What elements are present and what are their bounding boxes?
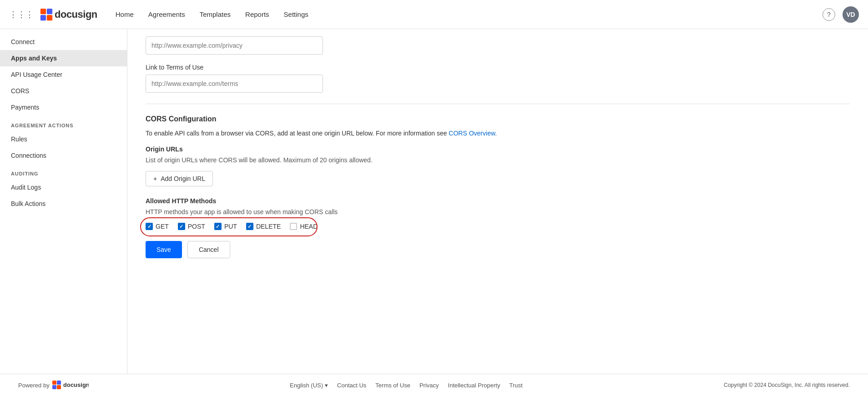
lang-text: English (US) <box>290 382 323 389</box>
sidebar-item-connections[interactable]: Connections <box>0 147 127 164</box>
checkbox-post[interactable] <box>178 223 185 230</box>
nav-links: Home Agreements Templates Reports Settin… <box>116 10 823 18</box>
sidebar-item-apps-and-keys[interactable]: Apps and Keys <box>0 50 127 66</box>
sidebar-item-connect[interactable]: Connect <box>0 34 127 50</box>
footer-copyright: Copyright © 2024 DocuSign, Inc. All righ… <box>724 382 850 388</box>
nav-reports[interactable]: Reports <box>245 10 269 18</box>
plus-icon: + <box>153 175 157 182</box>
privacy-input[interactable] <box>146 36 323 55</box>
avatar[interactable]: VD <box>843 6 859 23</box>
footer-terms[interactable]: Terms of Use <box>375 382 410 389</box>
sidebar-item-audit-logs[interactable]: Audit Logs <box>0 179 127 195</box>
svg-rect-7 <box>57 385 61 389</box>
svg-text:docusign: docusign <box>63 381 89 388</box>
method-delete-label: DELETE <box>256 223 281 230</box>
method-put-label: PUT <box>224 223 237 230</box>
checkbox-delete[interactable] <box>246 223 253 230</box>
cors-section-title: CORS Configuration <box>146 115 850 123</box>
cors-desc-text: To enable API calls from a browser via C… <box>146 130 449 137</box>
http-methods-section: Allowed HTTP Methods HTTP methods your a… <box>146 197 850 230</box>
powered-by-text: Powered by <box>18 382 50 389</box>
lang-chevron-icon: ▾ <box>325 382 328 389</box>
divider-1 <box>146 104 850 104</box>
grid-icon[interactable]: ⋮⋮⋮ <box>9 10 34 20</box>
svg-rect-3 <box>47 15 52 20</box>
sidebar-item-cors[interactable]: CORS <box>0 83 127 99</box>
footer-center: English (US) ▾ Contact Us Terms of Use P… <box>290 382 523 389</box>
terms-input[interactable] <box>146 75 323 93</box>
method-head[interactable]: HEAD <box>290 223 318 230</box>
footer-privacy[interactable]: Privacy <box>419 382 439 389</box>
section-title-auditing: Auditing <box>0 164 127 179</box>
svg-rect-2 <box>40 15 46 20</box>
logo-text: docusign <box>55 9 97 20</box>
footer-trust[interactable]: Trust <box>509 382 522 389</box>
add-origin-btn-label: Add Origin URL <box>161 175 205 182</box>
sidebar-item-api-usage-center[interactable]: API Usage Center <box>0 66 127 83</box>
checkbox-put[interactable] <box>214 223 222 230</box>
cancel-button[interactable]: Cancel <box>187 241 230 258</box>
method-delete[interactable]: DELETE <box>246 223 281 230</box>
sidebar: Connect Apps and Keys API Usage Center C… <box>0 29 127 374</box>
main-layout: Connect Apps and Keys API Usage Center C… <box>0 29 868 374</box>
nav-right: ? VD <box>823 6 859 23</box>
checkbox-get[interactable] <box>146 223 153 230</box>
cors-overview-link[interactable]: CORS Overview. <box>449 130 497 137</box>
method-head-label: HEAD <box>300 223 318 230</box>
sidebar-item-bulk-actions[interactable]: Bulk Actions <box>0 195 127 212</box>
lang-selector[interactable]: English (US) ▾ <box>290 382 328 389</box>
sidebar-item-payments[interactable]: Payments <box>0 99 127 115</box>
svg-rect-1 <box>47 8 52 14</box>
svg-rect-0 <box>40 8 46 14</box>
svg-rect-5 <box>57 381 61 385</box>
svg-rect-6 <box>52 385 56 389</box>
main-content: Link to Terms of Use CORS Configuration … <box>127 29 868 374</box>
svg-rect-4 <box>52 381 56 385</box>
terms-label: Link to Terms of Use <box>146 64 850 71</box>
terms-field: Link to Terms of Use <box>146 64 850 93</box>
save-button[interactable]: Save <box>146 241 182 258</box>
method-get-label: GET <box>156 223 169 230</box>
cors-section-desc: To enable API calls from a browser via C… <box>146 129 850 138</box>
footer: Powered by docusign English (US) ▾ Conta… <box>0 374 868 396</box>
allowed-methods-title: Allowed HTTP Methods <box>146 197 850 205</box>
footer-contact[interactable]: Contact Us <box>337 382 366 389</box>
origin-urls-desc: List of origin URLs where CORS will be a… <box>146 156 850 164</box>
methods-row: GET POST PUT DELETE <box>146 223 850 230</box>
add-origin-url-button[interactable]: + Add Origin URL <box>146 171 213 186</box>
top-nav: ⋮⋮⋮ docusign Home Agreements Templates R… <box>0 0 868 29</box>
footer-logo: docusign <box>52 381 89 390</box>
method-get[interactable]: GET <box>146 223 169 230</box>
section-title-agreement-actions: Agreement Actions <box>0 115 127 131</box>
allowed-methods-desc: HTTP methods your app is allowed to use … <box>146 208 850 216</box>
nav-agreements[interactable]: Agreements <box>148 10 185 18</box>
checkbox-head[interactable] <box>290 223 297 230</box>
method-post-label: POST <box>188 223 205 230</box>
method-post[interactable]: POST <box>178 223 205 230</box>
method-put[interactable]: PUT <box>214 223 237 230</box>
privacy-field <box>146 36 850 55</box>
logo[interactable]: docusign <box>40 8 97 21</box>
nav-home[interactable]: Home <box>116 10 134 18</box>
origin-urls-title: Origin URLs <box>146 145 850 153</box>
nav-settings[interactable]: Settings <box>284 10 308 18</box>
nav-templates[interactable]: Templates <box>200 10 231 18</box>
sidebar-item-rules[interactable]: Rules <box>0 131 127 147</box>
footer-intellectual-property[interactable]: Intellectual Property <box>448 382 500 389</box>
action-buttons: Save Cancel <box>146 241 850 258</box>
footer-left: Powered by docusign <box>18 381 89 390</box>
help-icon[interactable]: ? <box>823 8 835 21</box>
